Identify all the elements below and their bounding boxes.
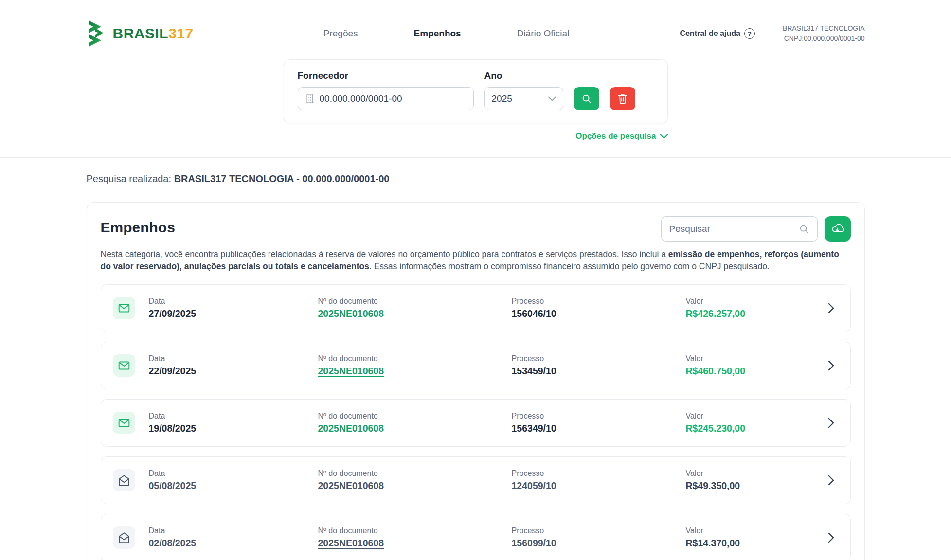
search-panel: Fornecedor 00.000.000/0001-00 Ano 2025 [284, 59, 668, 123]
ano-field: Ano 2025 [484, 70, 563, 110]
chevron-right-icon[interactable] [828, 360, 839, 371]
main-nav: Pregões Empenhos Diário Oficial [323, 28, 570, 39]
chevron-right-icon[interactable] [828, 475, 839, 486]
row-valor: R$245.230,00 [686, 423, 814, 434]
row-valor: R$49.350,00 [686, 480, 814, 491]
chevron-right-icon[interactable] [828, 532, 839, 543]
row-valor: R$14.370,00 [686, 538, 814, 549]
row-date: 22/09/2025 [149, 366, 305, 377]
table-row[interactable]: Data27/09/2025 Nº do documento2025NE0106… [101, 284, 851, 332]
column-label-valor: Valor [686, 297, 814, 306]
fornecedor-label: Fornecedor [298, 70, 474, 81]
document-link[interactable]: 2025NE010608 [318, 538, 384, 549]
brand-logo-icon [87, 19, 109, 48]
account-info: BRASIL317 TECNOLOGIA CNPJ:00.000.000/000… [783, 23, 865, 44]
row-processo: 153459/10 [512, 366, 672, 377]
row-date: 05/08/2025 [149, 480, 305, 491]
table-search-input[interactable]: Pesquisar [661, 216, 818, 242]
chevron-right-icon[interactable] [828, 418, 839, 428]
table-row[interactable]: Data19/08/2025 Nº do documento2025NE0106… [101, 399, 851, 447]
fornecedor-value: 00.000.000/0001-00 [320, 93, 402, 104]
search-options-toggle[interactable]: Opções de pesquisa [575, 131, 667, 141]
row-processo: 124059/10 [512, 480, 672, 491]
envelope-open-icon [113, 469, 135, 491]
row-valor: R$460.750,00 [686, 366, 814, 377]
brand-logo[interactable]: BRASIL317 [87, 19, 194, 48]
search-button[interactable] [574, 87, 599, 110]
ano-select[interactable]: 2025 [484, 87, 563, 110]
column-label-data: Data [149, 297, 305, 306]
cloud-download-icon [831, 223, 844, 235]
card-title: Empenhos [101, 216, 175, 236]
table-search-placeholder: Pesquisar [669, 224, 711, 234]
header: BRASIL317 Pregões Empenhos Diário Oficia… [87, 0, 865, 48]
search-icon [581, 93, 592, 104]
document-link[interactable]: 2025NE010608 [318, 423, 384, 434]
search-icon [799, 224, 809, 234]
fornecedor-field: Fornecedor 00.000.000/0001-00 [298, 70, 474, 110]
row-valor: R$426.257,00 [686, 308, 814, 319]
nav-item-empenhos[interactable]: Empenhos [414, 28, 461, 39]
fornecedor-input[interactable]: 00.000.000/0001-00 [298, 87, 474, 110]
nav-item-diario-oficial[interactable]: Diário Oficial [517, 28, 570, 39]
chevron-down-icon [548, 96, 556, 101]
search-section: Fornecedor 00.000.000/0001-00 Ano 2025 [284, 59, 668, 141]
trash-icon [618, 93, 628, 104]
row-processo: 156349/10 [512, 423, 672, 434]
help-center-label: Central de ajuda [680, 29, 740, 38]
account-name: BRASIL317 TECNOLOGIA [783, 23, 865, 34]
ano-value: 2025 [492, 93, 512, 104]
empenhos-card: Empenhos Pesquisar [87, 202, 865, 560]
clear-search-button[interactable] [610, 87, 635, 110]
document-link[interactable]: 2025NE010608 [318, 308, 384, 319]
empenhos-list: Data27/09/2025 Nº do documento2025NE0106… [101, 284, 851, 560]
question-mark-icon: ? [744, 28, 755, 39]
chevron-right-icon[interactable] [828, 303, 839, 314]
envelope-open-icon [113, 526, 135, 549]
column-label-processo: Processo [512, 297, 672, 306]
header-divider [769, 22, 769, 45]
result-summary-prefix: Pesquisa realizada: [87, 174, 172, 184]
building-icon [305, 93, 315, 104]
row-date: 02/08/2025 [149, 538, 305, 549]
table-row[interactable]: Data05/08/2025 Nº do documento2025NE0106… [101, 456, 851, 504]
column-label-documento: Nº do documento [318, 297, 498, 306]
chevron-down-icon [660, 134, 668, 139]
document-link[interactable]: 2025NE010608 [318, 366, 384, 377]
nav-item-pregoes[interactable]: Pregões [323, 28, 358, 39]
envelope-closed-icon [113, 354, 135, 377]
table-row[interactable]: Data22/09/2025 Nº do documento2025NE0106… [101, 342, 851, 389]
envelope-closed-icon [113, 412, 135, 434]
table-row[interactable]: Data02/08/2025 Nº do documento2025NE0106… [101, 514, 851, 560]
envelope-closed-icon [113, 297, 135, 319]
search-result-summary: Pesquisa realizada: BRASIL317 TECNOLOGIA… [87, 174, 865, 185]
brand-logo-text: BRASIL317 [113, 25, 194, 42]
card-description: Nesta categoria, você encontra publicaçõ… [101, 248, 851, 273]
help-center-link[interactable]: Central de ajuda ? [680, 28, 754, 39]
download-button[interactable] [825, 216, 851, 242]
result-summary-value: BRASIL317 TECNOLOGIA - 00.000.000/0001-0… [174, 174, 390, 184]
row-date: 19/08/2025 [149, 423, 305, 434]
ano-label: Ano [484, 70, 563, 81]
row-processo: 156099/10 [512, 538, 672, 549]
section-divider [0, 158, 951, 158]
account-cnpj: CNPJ:00.000.000/0001-00 [783, 34, 865, 44]
row-processo: 156046/10 [512, 308, 672, 319]
document-link[interactable]: 2025NE010608 [318, 480, 384, 491]
row-date: 27/09/2025 [149, 308, 305, 319]
search-options-label: Opções de pesquisa [575, 131, 656, 141]
